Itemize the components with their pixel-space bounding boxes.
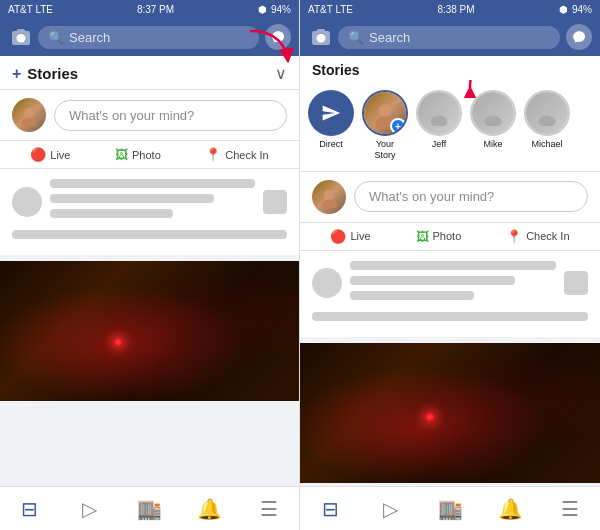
left-post-avatar-1 [12,187,42,217]
right-user-avatar [312,180,346,214]
right-blurred-line-1 [350,261,556,270]
right-mike-avatar-inner [472,92,514,134]
right-michael-avatar-inner [526,92,568,134]
right-feed-area [300,251,600,486]
right-search-icon: 🔍 [348,30,364,45]
left-nav-video-icon[interactable]: ▷ [72,491,108,527]
left-camera-icon[interactable] [8,24,34,50]
left-bottom-nav: ⊟ ▷ 🏬 🔔 ☰ [0,486,299,530]
right-checkin-button[interactable]: 📍 Check In [506,229,569,244]
left-nav-bell-icon[interactable]: 🔔 [191,491,227,527]
left-search-text: Search [69,30,110,45]
right-search-text: Search [369,30,410,45]
left-search-icon: 🔍 [48,30,64,45]
right-live-label: Live [350,230,370,242]
right-bottom-nav: ⊟ ▷ 🏬 🔔 ☰ [300,486,600,530]
left-bluetooth-icon: ⬢ [258,4,267,15]
right-blurred-line-2 [350,276,515,285]
left-messenger-icon[interactable] [265,24,291,50]
left-stories-title-row: + Stories [12,65,78,83]
left-feed-area [0,169,299,486]
svg-point-10 [324,189,334,199]
right-dark-image [300,343,600,483]
right-camera-icon[interactable] [308,24,334,50]
right-story-mike-label: Mike [483,139,502,149]
svg-point-2 [379,104,392,117]
left-post-content-1 [50,179,255,224]
left-post-action-1 [263,190,287,214]
right-battery: 94% [572,4,592,15]
right-story-jeff-label: Jeff [432,139,446,149]
left-post-input[interactable]: What's on your mind? [54,100,287,131]
left-blurred-line-3 [50,209,173,218]
svg-point-4 [434,105,444,115]
svg-point-6 [488,105,498,115]
right-nav-home-icon[interactable]: ⊟ [312,491,348,527]
svg-point-8 [542,105,552,115]
right-nav-menu-icon[interactable]: ☰ [552,491,588,527]
right-post-input-row: What's on your mind? [300,172,600,223]
right-status-bar: AT&T LTE 8:38 PM ⬢ 94% [300,0,600,18]
left-user-avatar [12,98,46,132]
svg-point-5 [431,116,448,126]
right-bluetooth-icon: ⬢ [559,4,568,15]
left-nav-marketplace-icon[interactable]: 🏬 [131,491,167,527]
svg-point-0 [24,108,34,118]
right-story-your-story-label: YourStory [374,139,395,161]
svg-point-9 [539,116,556,126]
left-nav-home-icon[interactable]: ⊟ [12,491,48,527]
left-stories-chevron-icon[interactable]: ∨ [275,64,287,83]
right-jeff-avatar-inner [418,92,460,134]
right-story-michael-label: Michael [531,139,562,149]
right-story-michael[interactable]: Michael [524,90,570,149]
right-feed-post-1 [300,251,600,337]
svg-point-7 [485,116,502,126]
right-your-story-avatar: + [362,90,408,136]
right-carrier: AT&T LTE [308,4,353,15]
left-live-button[interactable]: 🔴 Live [30,147,70,162]
left-glow-dot [114,338,122,346]
right-glow-dot [426,413,434,421]
left-photo-button[interactable]: 🖼 Photo [115,147,161,162]
right-checkin-icon: 📍 [506,229,522,244]
right-nav-bell-icon[interactable]: 🔔 [492,491,528,527]
left-stories-plus-icon: + [12,65,21,83]
svg-point-1 [21,118,36,126]
right-post-action-1 [564,271,588,295]
right-your-story-plus-badge: + [390,118,406,134]
right-story-mike[interactable]: Mike [470,90,516,149]
right-direct-circle [308,90,354,136]
left-stories-header: + Stories ∨ [0,56,299,90]
left-blurred-line-2 [50,194,214,203]
right-messenger-icon[interactable] [566,24,592,50]
right-nav-video-icon[interactable]: ▷ [372,491,408,527]
left-nav-menu-icon[interactable]: ☰ [251,491,287,527]
left-action-row: 🔴 Live 🖼 Photo 📍 Check In [0,141,299,169]
right-post-input[interactable]: What's on your mind? [354,181,588,212]
right-post-avatar-1 [312,268,342,298]
right-live-button[interactable]: 🔴 Live [330,229,370,244]
right-photo-button[interactable]: 🖼 Photo [416,229,462,244]
right-photo-icon: 🖼 [416,229,429,244]
right-status-left: AT&T LTE [308,4,353,15]
right-story-jeff[interactable]: Jeff [416,90,462,149]
right-live-icon: 🔴 [330,229,346,244]
left-checkin-button[interactable]: 📍 Check In [205,147,268,162]
right-story-direct[interactable]: Direct [308,90,354,149]
left-live-icon: 🔴 [30,147,46,162]
left-blurred-line-4 [12,230,287,239]
right-image-overlay [300,343,600,483]
right-story-your-story[interactable]: + YourStory [362,90,408,161]
right-checkin-label: Check In [526,230,569,242]
left-search-box[interactable]: 🔍 Search [38,26,259,49]
svg-point-11 [321,199,336,207]
right-status-time: 8:38 PM [437,4,474,15]
left-live-label: Live [50,149,70,161]
right-search-box[interactable]: 🔍 Search [338,26,560,49]
right-photo-label: Photo [433,230,462,242]
left-photo-icon: 🖼 [115,147,128,162]
left-carrier: AT&T LTE [8,4,53,15]
right-nav-marketplace-icon[interactable]: 🏬 [432,491,468,527]
left-status-right: ⬢ 94% [258,4,291,15]
right-story-direct-label: Direct [319,139,343,149]
